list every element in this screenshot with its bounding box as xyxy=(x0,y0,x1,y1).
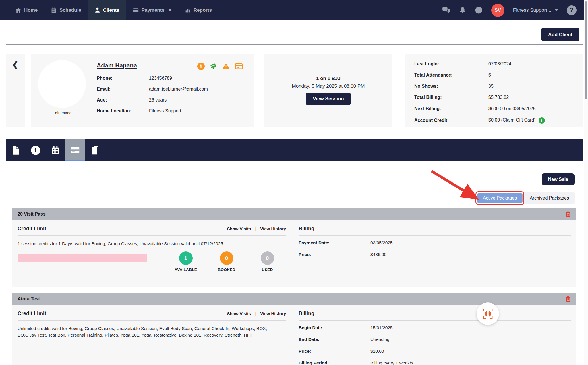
package-body: Credit Limit Show Visits | View History … xyxy=(12,305,576,365)
client-card: Edit Image Adam Hapana i Phone: 12345678… xyxy=(31,54,254,127)
bell-icon[interactable] xyxy=(459,7,466,14)
edit-image-link[interactable]: Edit Image xyxy=(53,111,72,115)
archived-packages-button[interactable]: Archived Packages xyxy=(524,192,575,204)
credit-limit-title: Credit Limit xyxy=(18,226,46,232)
chat-icon[interactable] xyxy=(442,6,450,14)
clock-icon[interactable] xyxy=(475,6,483,14)
nav-item-schedule[interactable]: Schedule xyxy=(44,0,88,20)
show-visits-link[interactable]: Show Visits xyxy=(227,311,251,316)
stat-label: Total Attendance: xyxy=(414,73,488,78)
package-description: 1 session credits for 1 Day/s valid for … xyxy=(18,240,275,247)
tab-schedule[interactable] xyxy=(45,139,65,161)
session-datetime: Monday, 5 May 2025 at 08:00 PM xyxy=(292,83,365,89)
section-divider xyxy=(6,44,583,45)
billing-card-icon[interactable] xyxy=(235,62,243,71)
nav-item-payments[interactable]: Payments xyxy=(126,0,178,20)
credit-limit-section: Credit Limit Show Visits | View History … xyxy=(18,311,286,359)
tab-documents[interactable] xyxy=(6,139,26,161)
client-profile-page: Home Schedule Clients Payments Reports xyxy=(0,0,588,365)
new-sale-button[interactable]: New Sale xyxy=(542,173,575,185)
client-photo-placeholder xyxy=(38,60,86,108)
billing-title: Billing xyxy=(299,226,314,232)
nav-left: Home Schedule Clients Payments Reports xyxy=(0,0,218,20)
stat-no-shows: No Shows: 35 xyxy=(414,84,573,89)
back-button[interactable]: ❮ xyxy=(6,54,25,127)
page-scrollbar[interactable] xyxy=(584,0,588,365)
stat-label: Total Billing: xyxy=(414,95,488,100)
stat-account-credit: Account Credit: $0.00 (Claim Gift Card)i xyxy=(414,117,573,124)
client-field-home-location: Home Location: Fitness Support xyxy=(97,108,247,114)
show-visits-link[interactable]: Show Visits xyxy=(227,226,251,231)
package-card-20-visit-pass: 20 Visit Pass Credit Limit Show Visits |… xyxy=(12,208,576,287)
stat-value: $5,783.82 xyxy=(488,95,573,100)
billing-begin-date: Begin Date: 15/01/2025 xyxy=(299,325,571,330)
add-client-button[interactable]: Add Client xyxy=(541,28,579,41)
info-icon[interactable]: i xyxy=(197,63,205,70)
active-packages-button[interactable]: Active Packages xyxy=(477,193,523,203)
field-value: 123456789 xyxy=(149,76,247,81)
view-history-link[interactable]: View History xyxy=(260,226,286,231)
info-icon[interactable]: i xyxy=(539,117,545,124)
help-icon[interactable]: ? xyxy=(567,5,577,15)
link-separator: | xyxy=(255,311,256,316)
scrollbar-thumb[interactable] xyxy=(585,1,587,99)
client-tab-bar: i xyxy=(6,139,583,161)
counter-label: BOOKED xyxy=(215,268,238,272)
stat-label: Next Billing: xyxy=(414,106,488,111)
gift-card-icon[interactable] xyxy=(209,62,217,70)
credit-usage-row: 1 AVAILABLE 0 BOOKED 0 USED xyxy=(18,251,286,272)
field-label: Home Location: xyxy=(97,108,149,114)
annotation-highlight-box: Active Packages xyxy=(475,191,524,205)
billing-label: Begin Date: xyxy=(299,325,370,330)
tab-info[interactable]: i xyxy=(26,139,45,161)
field-value: Fitness Support xyxy=(149,108,247,114)
link-separator: | xyxy=(255,226,256,231)
nav-item-home[interactable]: Home xyxy=(9,0,44,20)
book-icon xyxy=(91,146,99,155)
nav-right: SV Fitness Support... ? xyxy=(442,0,584,20)
billing-value: Unending xyxy=(370,337,571,342)
scan-barcode-button[interactable] xyxy=(477,302,499,325)
bar-chart-icon xyxy=(185,7,191,13)
warning-icon[interactable] xyxy=(222,62,230,70)
packages-toggle: Active Packages Archived Packages xyxy=(475,191,575,205)
delete-package-button[interactable] xyxy=(565,211,571,217)
billing-value: 15/01/2025 xyxy=(370,325,571,330)
trash-icon xyxy=(565,296,571,302)
nav-item-clients[interactable]: Clients xyxy=(88,0,126,20)
nav-home-label: Home xyxy=(24,7,38,13)
nav-item-reports[interactable]: Reports xyxy=(178,0,218,20)
tab-billing[interactable] xyxy=(65,139,85,161)
billing-label: End Date: xyxy=(299,337,370,342)
client-name-link[interactable]: Adam Hapana xyxy=(97,62,137,69)
delete-package-button[interactable] xyxy=(565,296,571,302)
view-history-link[interactable]: View History xyxy=(260,311,286,316)
avatar[interactable]: SV xyxy=(491,4,504,17)
counter-label: AVAILABLE xyxy=(175,268,197,272)
credit-counters: 1 AVAILABLE 0 BOOKED 0 USED xyxy=(175,251,278,272)
calendar-icon xyxy=(51,146,60,155)
tab-notes[interactable] xyxy=(85,139,105,161)
client-overview: ❮ Edit Image Adam Hapana i Phon xyxy=(6,54,583,127)
account-menu[interactable]: Fitness Support... xyxy=(513,7,558,13)
view-session-button[interactable]: View Session xyxy=(306,93,351,105)
billing-title: Billing xyxy=(299,311,314,317)
credit-card-icon xyxy=(133,7,139,13)
session-title: 1 on 1 BJJ xyxy=(316,76,341,81)
stat-value: 35 xyxy=(488,84,573,89)
stat-total-attendance: Total Attendance: 6 xyxy=(414,73,573,78)
counter-available: 1 AVAILABLE xyxy=(175,251,197,272)
nav-reports-label: Reports xyxy=(194,7,212,13)
billing-price: Price: $436.00 xyxy=(299,252,571,257)
account-name-label: Fitness Support... xyxy=(513,7,551,13)
package-title: Atora Test xyxy=(18,296,40,302)
field-value: 26 years xyxy=(149,97,247,103)
section-divider xyxy=(18,320,286,321)
stat-value: $600.00 on 03/05/2025 xyxy=(488,106,573,111)
stat-value: 07/03/2024 xyxy=(488,61,573,67)
nav-clients-label: Clients xyxy=(103,7,119,13)
package-body: Credit Limit Show Visits | View History … xyxy=(12,220,576,287)
billing-end-date: End Date: Unending xyxy=(299,337,571,342)
billing-value: 03/05/2025 xyxy=(370,240,571,245)
client-flag-icons: i xyxy=(197,62,243,71)
